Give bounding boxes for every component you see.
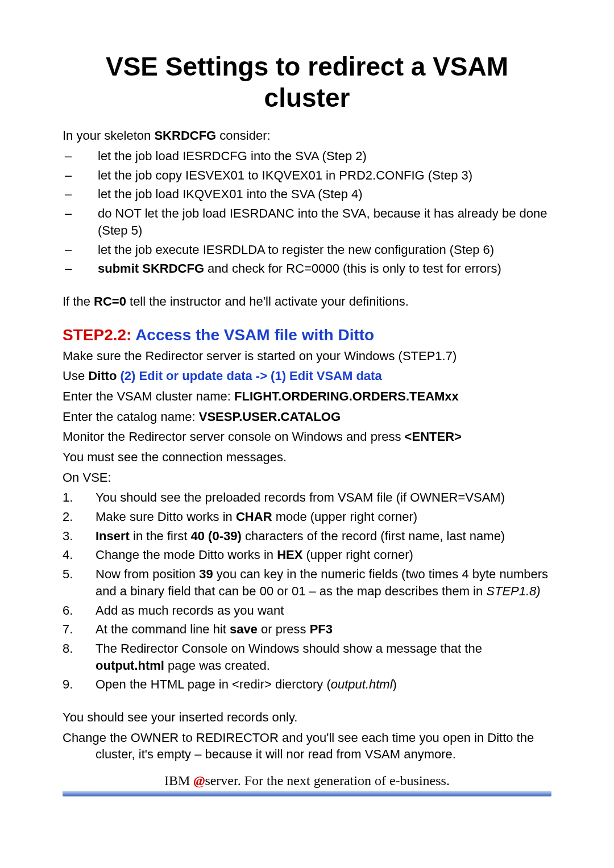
dash-marker: –	[63, 205, 98, 239]
list-item: –let the job load IESRDCFG into the SVA …	[63, 148, 551, 165]
monitor-bold: <ENTER>	[405, 429, 462, 444]
number-marker: 4.	[63, 546, 96, 564]
number-marker: 8.	[63, 640, 96, 674]
step-label: STEP2.2:	[63, 326, 131, 344]
dash-list: –let the job load IESRDCFG into the SVA …	[63, 148, 551, 277]
list-item: 8.The Redirector Console on Windows shou…	[63, 640, 551, 674]
number-marker: 5.	[63, 566, 96, 599]
list-item-text: let the job load IESRDCFG into the SVA (…	[98, 148, 551, 165]
list-item-text: let the job load IKQVEX01 into the SVA (…	[98, 186, 551, 203]
numbered-list: 1.You should see the preloaded records f…	[63, 489, 551, 693]
list-item: –let the job copy IESVEX01 to IKQVEX01 i…	[63, 167, 551, 184]
intro-prefix: In your skeleton	[63, 128, 154, 143]
list-item-text: let the job copy IESVEX01 to IKQVEX01 in…	[98, 167, 551, 184]
list-item-text: Add as much records as you want	[96, 602, 551, 619]
list-item-text: The Redirector Console on Windows should…	[96, 640, 551, 674]
number-marker: 9.	[63, 676, 96, 693]
footer-server: server.	[205, 773, 240, 788]
line-monitor: Monitor the Redirector server console on…	[63, 428, 551, 445]
dash-marker: –	[63, 148, 98, 165]
closing-1: You should see your inserted records onl…	[63, 709, 551, 726]
list-item-text: do NOT let the job load IESRDANC into th…	[98, 205, 551, 239]
document-page: VSE Settings to redirect a VSAM cluster …	[0, 0, 614, 868]
list-item-text: At the command line hit save or press PF…	[96, 621, 551, 638]
rc-bold: RC=0	[94, 294, 126, 308]
list-item-text: let the job execute IESRDLDA to register…	[98, 241, 551, 258]
line-on-vse: On VSE:	[63, 469, 551, 486]
use-ditto: Ditto	[88, 369, 117, 383]
catalog-prefix: Enter the catalog name:	[63, 410, 199, 424]
footer-at-icon: @	[193, 773, 205, 788]
list-item: 1.You should see the preloaded records f…	[63, 489, 551, 506]
line-make-sure: Make sure the Redirector server is start…	[63, 348, 551, 365]
dash-marker: –	[63, 167, 98, 184]
list-item-text: Change the mode Ditto works in HEX (uppe…	[96, 546, 551, 564]
list-item: 4.Change the mode Ditto works in HEX (up…	[63, 546, 551, 564]
list-item: –let the job execute IESRDLDA to registe…	[63, 241, 551, 258]
footer: IBM @server. For the next generation of …	[63, 773, 551, 796]
rc-prefix: If the	[63, 294, 94, 308]
rc-line: If the RC=0 tell the instructor and he'l…	[63, 293, 551, 310]
number-marker: 3.	[63, 528, 96, 545]
use-prefix: Use	[63, 369, 88, 383]
rc-suffix: tell the instructor and he'll activate y…	[126, 294, 409, 308]
catalog-bold: VSESP.USER.CATALOG	[199, 410, 341, 424]
list-item: 2.Make sure Ditto works in CHAR mode (up…	[63, 508, 551, 525]
list-item: 7.At the command line hit save or press …	[63, 621, 551, 638]
number-marker: 1.	[63, 489, 96, 506]
monitor-prefix: Monitor the Redirector server console on…	[63, 429, 405, 444]
cluster-prefix: Enter the VSAM cluster name:	[63, 389, 234, 403]
page-title: VSE Settings to redirect a VSAM cluster	[63, 51, 551, 114]
dash-marker: –	[63, 186, 98, 203]
footer-rest: For the next generation of e-business.	[241, 773, 450, 788]
intro-bold: SKRDCFG	[154, 128, 216, 143]
list-item: 5.Now from position 39 you can key in th…	[63, 566, 551, 599]
list-item: –let the job load IKQVEX01 into the SVA …	[63, 186, 551, 203]
dash-marker: –	[63, 260, 98, 277]
line-use-ditto: Use Ditto (2) Edit or update data -> (1)…	[63, 368, 551, 385]
list-item: 3. Insert in the first 40 (0-39) charact…	[63, 528, 551, 545]
intro-suffix: consider:	[216, 128, 270, 143]
list-item-text: Make sure Ditto works in CHAR mode (uppe…	[96, 508, 551, 525]
line-cluster: Enter the VSAM cluster name: FLIGHT.ORDE…	[63, 388, 551, 405]
number-marker: 6.	[63, 602, 96, 619]
step-heading: STEP2.2: Access the VSAM file with Ditto	[63, 326, 551, 344]
closing-2: Change the OWNER to REDIRECTOR and you'l…	[63, 729, 551, 763]
line-catalog: Enter the catalog name: VSESP.USER.CATAL…	[63, 408, 551, 425]
list-item: 6.Add as much records as you want	[63, 602, 551, 619]
list-item-text: You should see the preloaded records fro…	[96, 489, 551, 506]
list-item-text: Open the HTML page in <redir> dierctory …	[96, 676, 551, 693]
footer-ibm: IBM	[164, 773, 193, 788]
cluster-bold: FLIGHT.ORDERING.ORDERS.TEAMxx	[234, 389, 459, 403]
line-must-see: You must see the connection messages.	[63, 449, 551, 466]
step-title: Access the VSAM file with Ditto	[131, 326, 374, 344]
footer-bar	[63, 791, 551, 796]
number-marker: 7.	[63, 621, 96, 638]
list-item: –submit SKRDCFG and check for RC=0000 (t…	[63, 260, 551, 277]
list-item: –do NOT let the job load IESRDANC into t…	[63, 205, 551, 239]
list-item-text: submit SKRDCFG and check for RC=0000 (th…	[98, 260, 551, 277]
intro-line: In your skeleton SKRDCFG consider:	[63, 127, 551, 144]
footer-tagline: IBM @server. For the next generation of …	[63, 773, 551, 791]
list-item: 9.Open the HTML page in <redir> dierctor…	[63, 676, 551, 693]
list-item-text: Insert in the first 40 (0-39) characters…	[96, 528, 551, 545]
number-marker: 2.	[63, 508, 96, 525]
dash-marker: –	[63, 241, 98, 258]
list-item-text: Now from position 39 you can key in the …	[96, 566, 551, 599]
use-blue: (2) Edit or update data -> (1) Edit VSAM…	[117, 369, 381, 383]
